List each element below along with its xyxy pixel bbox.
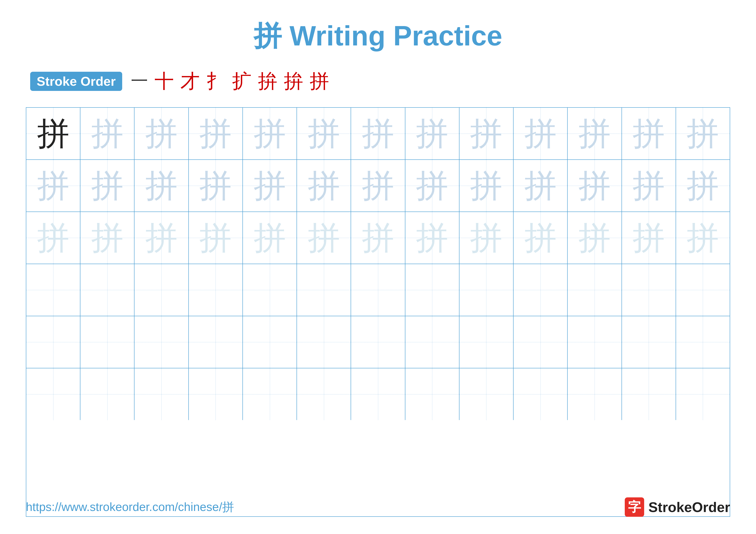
grid-cell-6-11[interactable] (568, 369, 622, 420)
grid-cell-4-2[interactable] (80, 264, 134, 316)
grid-cell-4-10[interactable] (514, 264, 568, 316)
grid-cell-4-7[interactable] (351, 264, 405, 316)
grid-cell-1-10[interactable]: 拼 (514, 108, 568, 159)
stroke-seq-7: 拼 (310, 68, 329, 94)
grid-cell-5-13[interactable] (676, 316, 730, 368)
grid-cell-1-5[interactable]: 拼 (243, 108, 297, 159)
grid-cell-4-3[interactable] (134, 264, 189, 316)
grid-cell-2-9[interactable]: 拼 (459, 160, 514, 212)
grid-cell-3-7[interactable]: 拼 (351, 212, 405, 264)
grid-cell-1-12[interactable]: 拼 (622, 108, 676, 159)
footer: https://www.strokeorder.com/chinese/拼 字 … (26, 497, 730, 517)
grid-cell-2-1[interactable]: 拼 (26, 160, 80, 212)
grid-cell-6-9[interactable] (459, 369, 514, 420)
grid-cell-3-5[interactable]: 拼 (243, 212, 297, 264)
grid-cell-4-8[interactable] (405, 264, 459, 316)
grid-cell-6-7[interactable] (351, 369, 405, 420)
grid-cell-6-13[interactable] (676, 369, 730, 420)
grid-cell-2-10[interactable]: 拼 (514, 160, 568, 212)
grid-cell-6-2[interactable] (80, 369, 134, 420)
logo-text: StrokeOrder (648, 499, 730, 515)
grid-cell-2-5[interactable]: 拼 (243, 160, 297, 212)
grid-cell-5-3[interactable] (134, 316, 189, 368)
grid-cell-3-4[interactable]: 拼 (189, 212, 243, 264)
grid-cell-3-3[interactable]: 拼 (134, 212, 189, 264)
stroke-order-badge: Stroke Order (30, 72, 122, 91)
grid-cell-4-5[interactable] (243, 264, 297, 316)
grid-cell-6-4[interactable] (189, 369, 243, 420)
footer-logo: 字 StrokeOrder (625, 497, 730, 517)
grid-cell-2-12[interactable]: 拼 (622, 160, 676, 212)
grid-cell-3-1[interactable]: 拼 (26, 212, 80, 264)
grid-cell-1-2[interactable]: 拼 (80, 108, 134, 159)
grid-cell-4-9[interactable] (459, 264, 514, 316)
grid-cell-6-1[interactable] (26, 369, 80, 420)
grid-cell-4-12[interactable] (622, 264, 676, 316)
grid-cell-5-9[interactable] (459, 316, 514, 368)
stroke-seq-5: 拚 (258, 68, 277, 94)
grid-cell-3-6[interactable]: 拼 (297, 212, 351, 264)
grid-row-5 (26, 316, 730, 369)
grid-cell-1-8[interactable]: 拼 (405, 108, 459, 159)
grid-cell-3-13[interactable]: 拼 (676, 212, 730, 264)
grid-cell-4-4[interactable] (189, 264, 243, 316)
grid-cell-2-7[interactable]: 拼 (351, 160, 405, 212)
grid-cell-5-2[interactable] (80, 316, 134, 368)
grid-cell-4-13[interactable] (676, 264, 730, 316)
grid-cell-2-4[interactable]: 拼 (189, 160, 243, 212)
grid-cell-6-5[interactable] (243, 369, 297, 420)
grid-cell-2-3[interactable]: 拼 (134, 160, 189, 212)
grid-cell-5-8[interactable] (405, 316, 459, 368)
grid-cell-6-6[interactable] (297, 369, 351, 420)
grid-cell-5-11[interactable] (568, 316, 622, 368)
grid-cell-5-4[interactable] (189, 316, 243, 368)
grid-cell-6-3[interactable] (134, 369, 189, 420)
grid-cell-3-8[interactable]: 拼 (405, 212, 459, 264)
logo-icon: 字 (625, 497, 644, 517)
stroke-seq-2: 才 (180, 68, 200, 94)
grid-cell-5-12[interactable] (622, 316, 676, 368)
grid-cell-2-11[interactable]: 拼 (568, 160, 622, 212)
grid-cell-1-13[interactable]: 拼 (676, 108, 730, 159)
grid-cell-3-2[interactable]: 拼 (80, 212, 134, 264)
grid-cell-6-8[interactable] (405, 369, 459, 420)
grid-cell-4-11[interactable] (568, 264, 622, 316)
stroke-seq-4: 扩 (232, 68, 252, 94)
grid-cell-1-7[interactable]: 拼 (351, 108, 405, 159)
grid-cell-3-9[interactable]: 拼 (459, 212, 514, 264)
grid-row-2: 拼 拼 拼 拼 拼 拼 拼 拼 拼 拼 拼 拼 拼 (26, 160, 730, 212)
grid-cell-6-12[interactable] (622, 369, 676, 420)
grid-cell-4-6[interactable] (297, 264, 351, 316)
grid-cell-5-6[interactable] (297, 316, 351, 368)
page: 拼 Writing Practice Stroke Order 一 十 才 扌 … (0, 0, 756, 534)
grid-cell-1-3[interactable]: 拼 (134, 108, 189, 159)
grid-cell-5-1[interactable] (26, 316, 80, 368)
grid-cell-5-5[interactable] (243, 316, 297, 368)
grid-cell-1-11[interactable]: 拼 (568, 108, 622, 159)
stroke-sequence: 一 十 才 扌 扩 拚 拚 拼 (131, 68, 329, 94)
grid-cell-3-12[interactable]: 拼 (622, 212, 676, 264)
grid-cell-1-4[interactable]: 拼 (189, 108, 243, 159)
grid-cell-5-10[interactable] (514, 316, 568, 368)
stroke-seq-3: 扌 (206, 68, 226, 94)
grid-cell-6-10[interactable] (514, 369, 568, 420)
grid-cell-1-9[interactable]: 拼 (459, 108, 514, 159)
grid-row-4 (26, 264, 730, 316)
grid-row-1: 拼 拼 拼 拼 拼 拼 拼 拼 拼 拼 拼 拼 拼 (26, 108, 730, 160)
grid-row-3: 拼 拼 拼 拼 拼 拼 拼 拼 拼 拼 拼 拼 拼 (26, 212, 730, 264)
grid-cell-4-1[interactable] (26, 264, 80, 316)
grid-cell-3-10[interactable]: 拼 (514, 212, 568, 264)
grid-cell-2-8[interactable]: 拼 (405, 160, 459, 212)
grid-cell-5-7[interactable] (351, 316, 405, 368)
grid-cell-3-11[interactable]: 拼 (568, 212, 622, 264)
grid-cell-2-2[interactable]: 拼 (80, 160, 134, 212)
grid-row-6 (26, 369, 730, 420)
stroke-seq-6: 拚 (284, 68, 303, 94)
grid-cell-1-1[interactable]: 拼 (26, 108, 80, 159)
grid-cell-1-6[interactable]: 拼 (297, 108, 351, 159)
stroke-order-row: Stroke Order 一 十 才 扌 扩 拚 拚 拼 (26, 68, 329, 94)
stroke-seq-1: 十 (154, 68, 174, 94)
grid-cell-2-13[interactable]: 拼 (676, 160, 730, 212)
grid-cell-2-6[interactable]: 拼 (297, 160, 351, 212)
footer-url[interactable]: https://www.strokeorder.com/chinese/拼 (26, 499, 234, 515)
